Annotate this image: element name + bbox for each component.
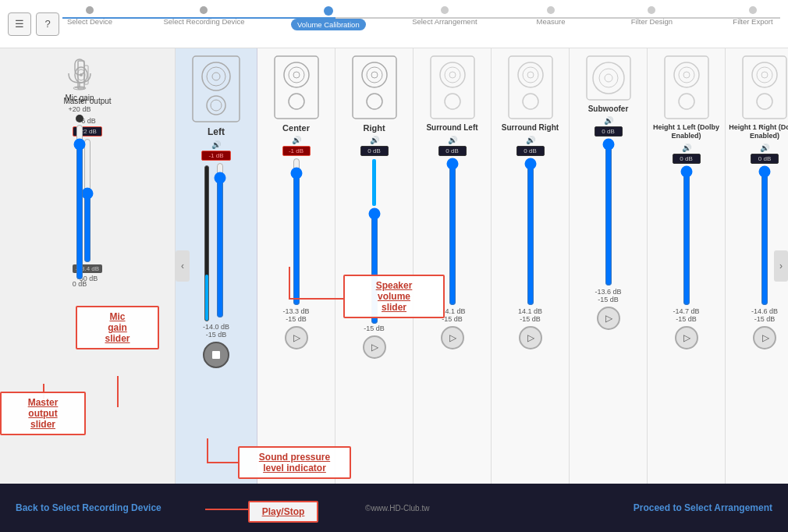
left-arrow-button[interactable]: ‹	[176, 250, 190, 282]
step-select-device[interactable]: Select Device	[62, 6, 117, 26]
svg-point-24	[367, 94, 382, 109]
svg-point-36	[593, 62, 624, 94]
svg-point-47	[761, 72, 768, 78]
bottom-bar: Back to Select Recording Device ©www.HD-…	[0, 484, 788, 532]
svg-point-33	[527, 72, 534, 78]
annotation-play-stop: Play/Stop	[248, 501, 318, 523]
play-icon-sub: ▷	[605, 313, 612, 324]
channel-surround-right-label: Surround Right	[502, 123, 559, 133]
mic-gain-slider[interactable]	[72, 124, 87, 280]
channel-sub-volume-slider[interactable]	[601, 138, 616, 286]
channel-h1r-db-bottom: -15 dB	[754, 315, 776, 323]
play-icon-sr: ▷	[527, 332, 534, 343]
step-label: Measure	[537, 17, 566, 26]
step-filter-export[interactable]: Filter Export	[726, 6, 780, 26]
channel-left-db-display: -1 dB	[201, 151, 231, 161]
channel-right-play-button[interactable]: ▷	[363, 335, 386, 359]
channel-h1r-play-button[interactable]: ▷	[753, 326, 776, 349]
svg-point-38	[605, 74, 612, 82]
channel-left-label: Left	[208, 126, 225, 137]
channel-left-volume-slider[interactable]	[212, 162, 228, 318]
svg-point-40	[674, 62, 699, 87]
channel-h1r-volume-slider[interactable]	[757, 165, 772, 306]
mic-gain-icon	[62, 56, 97, 90]
svg-point-31	[518, 62, 543, 87]
channel-sl-db-bottom: -15 dB	[442, 315, 463, 323]
channel-left-db-bottom: -15 dB	[206, 331, 227, 339]
channel-center-vol-icon: 🔊	[292, 136, 301, 144]
svg-point-29	[445, 94, 460, 109]
mic-gain-label: Mic gain	[65, 94, 94, 102]
mic-gain-section: Mic gain +20 dB 0 dB	[62, 56, 97, 288]
step-volume-calibration[interactable]: Volume Calibration	[291, 6, 366, 30]
channel-surround-left-label: Surround Left	[426, 123, 477, 133]
channel-sr-db-display: 0 dB	[516, 146, 545, 156]
channel-surround-right: Surround Right 🔊 0 dB 14.1 dB -15 dB ▷	[492, 48, 570, 484]
channel-center-db-mid: -13.3 dB	[282, 307, 309, 315]
annotation-sound-pressure: Sound pressurelevel indicator	[238, 446, 351, 479]
channel-center-db-display: -1 dB	[282, 146, 311, 156]
step-dot	[86, 6, 94, 14]
step-label: Filter Design	[631, 17, 673, 26]
stop-icon	[212, 351, 220, 359]
step-measure[interactable]: Measure	[524, 6, 578, 26]
channel-right: Right 🔊 0 dB -15 dB ▷	[335, 48, 414, 484]
channel-surround-left: Surround Left 🔊 0 dB -14.1 dB -15 dB ▷	[414, 48, 492, 484]
svg-point-16	[284, 62, 309, 87]
channel-sr-volume-slider[interactable]	[523, 158, 538, 306]
channel-right-db-bottom: -15 dB	[364, 325, 385, 332]
speaker-icon-surround-right	[507, 55, 554, 120]
channel-center-db-bottom: -15 dB	[286, 315, 307, 323]
step-select-arrangement[interactable]: Select Arrangement	[412, 6, 477, 26]
channel-sl-play-button[interactable]: ▷	[441, 326, 464, 349]
channel-sr-play-button[interactable]: ▷	[519, 326, 542, 349]
channel-center-volume-slider[interactable]	[289, 158, 304, 306]
svg-point-37	[599, 69, 618, 87]
annotation-speaker-volume-slider: Speakervolumeslider	[343, 275, 445, 318]
speaker-icon-center	[273, 55, 320, 120]
speaker-icon-subwoofer	[585, 55, 632, 101]
svg-point-46	[757, 67, 772, 83]
step-select-recording[interactable]: Select Recording Device	[163, 6, 244, 26]
channel-sub-play-button[interactable]: ▷	[597, 307, 620, 330]
svg-point-32	[523, 67, 538, 83]
help-button[interactable]: ?	[36, 12, 59, 36]
play-icon-right: ▷	[371, 342, 378, 353]
nav-steps: Select Device Select Recording Device Vo…	[62, 6, 780, 30]
channels-area: Left 🔊 -1 dB -14.0 dB -15 dB	[176, 48, 788, 484]
svg-point-10	[202, 62, 230, 90]
mic-db-bottom: 0 dB	[73, 280, 87, 288]
channel-sr-vol-icon: 🔊	[526, 136, 535, 144]
step-label: Filter Export	[733, 17, 772, 26]
play-stop-button[interactable]	[203, 342, 229, 368]
channel-sl-volume-slider[interactable]	[445, 158, 460, 306]
annotation-arrow-speaker-v	[289, 267, 290, 300]
step-dot	[324, 6, 333, 16]
play-icon-h1l: ▷	[683, 332, 690, 343]
channel-h1l-volume-slider[interactable]	[679, 165, 694, 306]
svg-point-43	[679, 94, 694, 109]
proceed-button[interactable]: Proceed to Select Arrangement	[634, 502, 772, 513]
right-arrow-button[interactable]: ›	[774, 250, 788, 282]
step-filter-design[interactable]: Filter Design	[624, 6, 679, 26]
channel-h1l-play-button[interactable]: ▷	[675, 326, 698, 349]
channel-sub-db-mid: -13.6 dB	[595, 288, 621, 296]
step-dot	[200, 6, 208, 14]
back-button[interactable]: Back to Select Recording Device	[16, 502, 162, 513]
channel-sl-db-display: 0 dB	[438, 146, 467, 156]
svg-rect-5	[75, 59, 84, 75]
annotation-arrow-spl-h	[207, 462, 240, 463]
svg-point-48	[757, 94, 772, 109]
channel-left-track	[204, 165, 209, 321]
step-label: Select Recording Device	[163, 17, 244, 26]
channel-left-vol-icon: 🔊	[211, 140, 221, 149]
step-dot	[749, 6, 757, 14]
channel-right-level-bar	[372, 159, 376, 206]
svg-point-42	[683, 72, 690, 78]
channel-center-play-button[interactable]: ▷	[285, 326, 308, 349]
speaker-icon-left	[190, 55, 243, 123]
svg-point-26	[440, 62, 465, 87]
channel-subwoofer-label: Subwoofer	[588, 105, 629, 113]
channel-h1r-db-mid: -14.6 dB	[751, 307, 778, 315]
menu-button[interactable]: ☰	[8, 12, 31, 36]
